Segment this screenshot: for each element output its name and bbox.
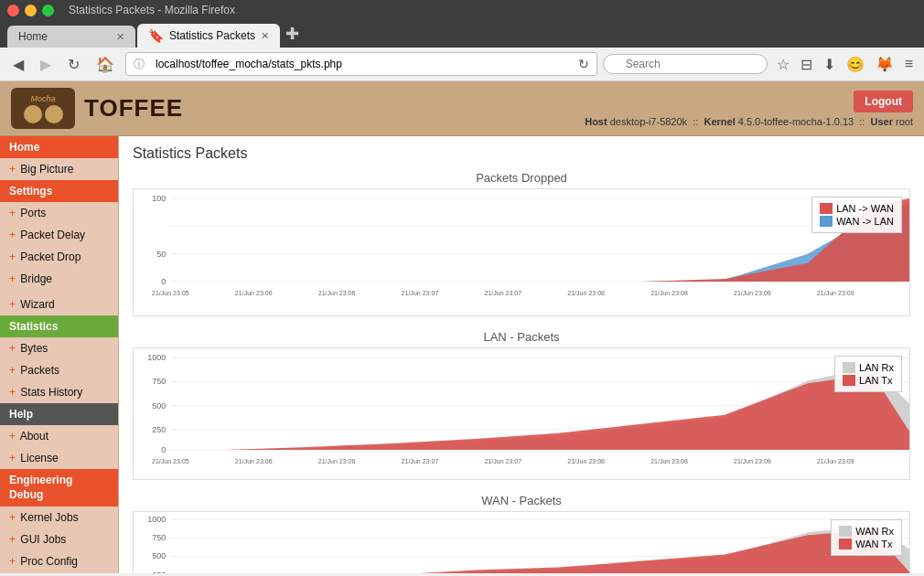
forward-button[interactable]: ▶ — [35, 54, 57, 75]
sidebar-item-packet-delay[interactable]: + Packet Delay — [0, 224, 118, 246]
window-close-button[interactable] — [7, 5, 19, 16]
refresh-button[interactable]: ↻ — [62, 54, 85, 75]
tab-home-label: Home — [18, 30, 48, 43]
person-icon[interactable]: 😊 — [843, 54, 868, 75]
back-button[interactable]: ◀ — [7, 54, 29, 75]
logo-mocha-text: Mocha — [30, 94, 55, 103]
svg-text:750: 750 — [152, 377, 166, 386]
lock-icon: ⓘ — [134, 57, 145, 72]
host-info: Host desktop-i7-5820k :: Kernel 4.5.0-to… — [585, 116, 913, 127]
legend-lan-tx: LAN Tx — [843, 375, 894, 386]
app-header: Mocha TOFFEE Logout Host desktop-i7-5820… — [0, 81, 924, 136]
logo-badge: Mocha — [11, 88, 75, 129]
chart-dropped-title: Packets Dropped — [133, 171, 910, 185]
header-right: Logout Host desktop-i7-5820k :: Kernel 4… — [585, 91, 913, 127]
svg-text:21/Jun 23:05: 21/Jun 23:05 — [152, 458, 189, 464]
chart-lan-packets: LAN - Packets 1000 750 500 250 0 — [133, 330, 910, 480]
sidebar-section-help[interactable]: Help — [0, 403, 118, 425]
main-layout: Home + Big Picture Settings + Ports + Pa… — [0, 136, 924, 573]
svg-text:21/Jun 23:09: 21/Jun 23:09 — [734, 290, 771, 296]
svg-text:21/Jun 23:08: 21/Jun 23:08 — [567, 458, 605, 464]
svg-text:21/Jun 23:08: 21/Jun 23:08 — [650, 290, 688, 296]
tab-statistics-packets[interactable]: 🔖 Statistics Packets ✕ — [137, 24, 280, 48]
chart-dropped-wrap: 100 50 0 21/Jun 23:05 21/Jun 23:06 21/Ju… — [133, 188, 910, 316]
legend-lan-rx-label: LAN Rx — [859, 362, 894, 373]
svg-text:21/Jun 23:05: 21/Jun 23:05 — [152, 290, 189, 296]
download-icon[interactable]: ⬇ — [820, 54, 839, 75]
logo-area: Mocha TOFFEE — [11, 88, 183, 129]
chart-wan-title: WAN - Packets — [133, 494, 910, 507]
tab-home-close[interactable]: ✕ — [116, 31, 124, 43]
sidebar-section-statistics[interactable]: Statistics — [0, 315, 118, 337]
svg-text:21/Jun 23:07: 21/Jun 23:07 — [402, 458, 439, 464]
bookmarks-list-icon[interactable]: ⊟ — [797, 54, 816, 75]
sidebar-item-kernel-jobs[interactable]: + Kernel Jobs — [0, 507, 118, 528]
sidebar-item-proc-config[interactable]: + Proc Config — [0, 550, 118, 572]
sidebar-item-home[interactable]: Home — [0, 136, 118, 158]
legend-lan-wan-label: LAN -> WAN — [836, 203, 894, 214]
sidebar-item-wizard[interactable]: + Wizard — [0, 293, 118, 315]
logo-toffee-text: TOFFEE — [84, 94, 183, 123]
sidebar-item-proc-stats[interactable]: + Proc Stats — [0, 572, 118, 573]
logout-button[interactable]: Logout — [854, 91, 913, 112]
sidebar-item-packets[interactable]: + Packets — [0, 359, 118, 381]
chart-lan-svg: 1000 750 500 250 0 21/Jun 23:05 21/Jun 2… — [134, 348, 909, 473]
window-maximize-button[interactable] — [42, 5, 54, 16]
url-bar-wrap: ⓘ ↻ — [125, 52, 597, 76]
sidebar-item-packet-drop[interactable]: + Packet Drop — [0, 246, 118, 268]
firefox-icon[interactable]: 🦊 — [872, 54, 897, 75]
legend-wan-lan-color — [820, 216, 833, 227]
svg-text:21/Jun 23:09: 21/Jun 23:09 — [734, 458, 771, 464]
search-input[interactable] — [603, 54, 768, 74]
sidebar-item-stats-history[interactable]: + Stats History — [0, 381, 118, 403]
chart-lan-wrap: 1000 750 500 250 0 21/Jun 23:05 21/Jun 2… — [133, 347, 910, 480]
svg-text:21/Jun 23:07: 21/Jun 23:07 — [484, 458, 521, 464]
bookmark-icon[interactable]: ☆ — [773, 54, 793, 75]
svg-text:250: 250 — [152, 425, 166, 434]
tab-statistics-close[interactable]: ✕ — [261, 30, 269, 42]
menu-icon[interactable]: ≡ — [901, 54, 917, 75]
host-value: desktop-i7-5820k — [610, 116, 687, 127]
tab-statistics-label: Statistics Packets — [169, 29, 255, 42]
content-area: Statistics Packets Packets Dropped 100 5… — [119, 136, 924, 573]
search-wrap — [603, 54, 768, 74]
title-bar: Statistics Packets - Mozilla Firefox — [0, 0, 924, 20]
svg-text:1000: 1000 — [147, 353, 166, 362]
svg-text:21/Jun 23:09: 21/Jun 23:09 — [817, 458, 854, 464]
sidebar-item-about[interactable]: + About — [0, 425, 118, 447]
sidebar-section-settings[interactable]: Settings — [0, 180, 118, 202]
svg-text:500: 500 — [152, 401, 166, 411]
legend-lan-tx-color — [843, 375, 855, 386]
svg-text:21/Jun 23:08: 21/Jun 23:08 — [567, 290, 605, 296]
svg-text:250: 250 — [152, 571, 166, 573]
legend-wan-lan-label: WAN -> LAN — [836, 216, 894, 227]
sidebar-item-big-picture[interactable]: + Big Picture — [0, 158, 118, 180]
home-nav-button[interactable]: 🏠 — [91, 54, 120, 75]
window-controls — [7, 5, 54, 16]
chart-dropped-svg: 100 50 0 21/Jun 23:05 21/Jun 23:06 21/Ju… — [134, 189, 909, 309]
window-minimize-button[interactable] — [25, 5, 37, 16]
url-input[interactable] — [148, 55, 578, 73]
sidebar-item-bytes[interactable]: + Bytes — [0, 337, 118, 359]
sidebar-section-engineering[interactable]: EngineeringDebug — [0, 469, 118, 507]
new-tab-button[interactable]: ✚ — [282, 20, 303, 48]
sidebar-item-gui-jobs[interactable]: + GUI Jobs — [0, 528, 118, 550]
tab-home[interactable]: Home ✕ — [7, 26, 135, 48]
reload-button[interactable]: ↻ — [578, 57, 589, 71]
svg-text:100: 100 — [152, 194, 166, 203]
user-value: root — [896, 116, 913, 127]
svg-text:1000: 1000 — [147, 515, 166, 524]
sidebar-item-license[interactable]: + License — [0, 447, 118, 469]
svg-text:0: 0 — [161, 445, 166, 454]
legend-wan-lan: WAN -> LAN — [820, 216, 894, 227]
sidebar-item-bridge[interactable]: + Bridge — [0, 268, 118, 290]
legend-lan-tx-label: LAN Tx — [859, 375, 892, 386]
legend-lan-rx-color — [843, 362, 855, 373]
kernel-value: 4.5.0-toffee-mocha-1.0.13 — [738, 116, 854, 127]
legend-wan-rx: WAN Rx — [839, 526, 894, 537]
sidebar-item-ports[interactable]: + Ports — [0, 202, 118, 224]
lan-wan-area — [170, 198, 909, 282]
legend-lan-wan-color — [820, 203, 833, 214]
chart-lan-legend: LAN Rx LAN Tx — [834, 356, 902, 392]
svg-text:21/Jun 23:06: 21/Jun 23:06 — [235, 290, 273, 296]
